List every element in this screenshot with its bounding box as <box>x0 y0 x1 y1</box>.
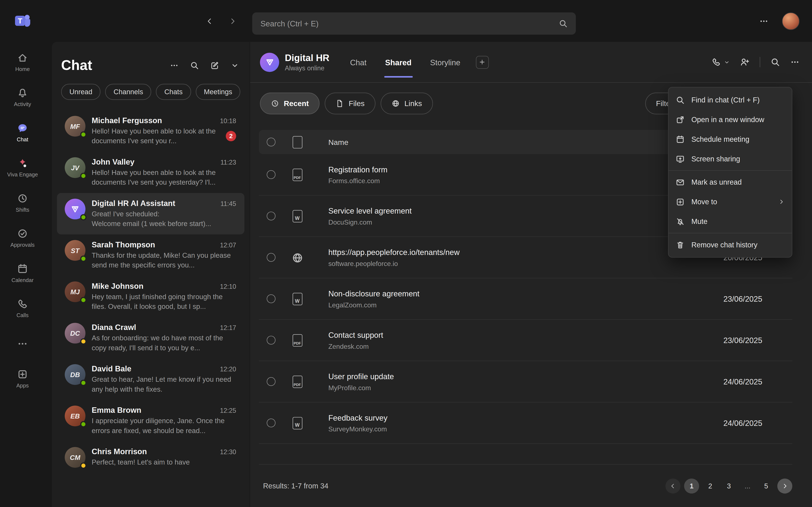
rail-item-shifts[interactable]: Shifts <box>0 185 45 221</box>
row-checkbox[interactable] <box>267 336 275 345</box>
filter-pill-meetings[interactable]: Meetings <box>196 84 241 100</box>
menu-item-schedule-meeting[interactable]: Schedule meeting <box>669 129 792 149</box>
approvals-icon <box>17 228 28 239</box>
presence-dot <box>80 214 87 220</box>
conversation-preview: Great! I've scheduled: Welcome email (1 … <box>92 209 236 229</box>
conversation-item[interactable]: MJ Mike Johnson12:10 Hey team, I just fi… <box>57 276 245 317</box>
conversation-item[interactable]: DC Diana Crawl12:17 As for onboarding: w… <box>57 317 245 358</box>
presence-dot <box>80 462 87 468</box>
global-search[interactable] <box>252 12 576 35</box>
find-in-chat-icon[interactable] <box>770 57 780 67</box>
page-title: Chat <box>61 57 170 73</box>
tab-chat[interactable]: Chat <box>350 42 367 82</box>
rail-item-home[interactable]: Home <box>0 45 45 80</box>
file-name[interactable]: Non-disclosure agreement <box>328 289 419 298</box>
row-checkbox[interactable] <box>267 418 275 427</box>
menu-divider <box>669 170 792 171</box>
chat-options-icon[interactable] <box>790 57 800 67</box>
filter-pill-chats[interactable]: Chats <box>156 84 191 100</box>
conversation-preview: I appreciate your diligence, Jane. Once … <box>92 416 236 436</box>
call-button[interactable] <box>712 57 730 67</box>
page-button-3[interactable]: 3 <box>721 478 736 493</box>
rail-item-chat[interactable]: Chat <box>0 115 45 150</box>
recent-filter-button[interactable]: Recent <box>260 93 320 114</box>
menu-item-move-to[interactable]: Move to <box>669 192 792 212</box>
file-name[interactable]: Contact support <box>328 330 383 339</box>
chevron-down-icon[interactable] <box>231 61 239 70</box>
rail-item-label: Chat <box>17 136 28 142</box>
file-name[interactable]: Service level agreement <box>328 206 412 215</box>
tab-storyline[interactable]: Storyline <box>430 42 460 82</box>
rail-item-viva-engage[interactable]: Viva Engage <box>0 150 45 185</box>
tab-shared[interactable]: Shared <box>385 42 411 82</box>
file-name[interactable]: https://app.peopleforce.io/tenants/new <box>328 247 460 257</box>
row-checkbox[interactable] <box>267 377 275 386</box>
next-page-button[interactable] <box>777 478 792 493</box>
conversation-item[interactable]: EB Emma Brown12:25 I appreciate your dil… <box>57 400 245 441</box>
new-chat-icon[interactable] <box>210 61 219 70</box>
rail-item-calendar[interactable]: Calendar <box>0 256 45 291</box>
page-button-1[interactable]: 1 <box>684 478 699 493</box>
table-row[interactable]: Contact supportZendesk.com 23/06/2025 <box>259 320 792 361</box>
topbar-more-icon[interactable] <box>759 16 768 25</box>
conversation-item[interactable]: MF Michael Fergusson10:18 Hello! Have yo… <box>57 110 245 152</box>
ellipsis-icon <box>17 338 28 349</box>
row-checkbox[interactable] <box>267 212 275 221</box>
add-tab-button[interactable] <box>476 56 489 68</box>
chat-more-icon[interactable] <box>170 61 179 70</box>
avatar: EB <box>65 406 86 426</box>
presence-dot <box>80 131 87 137</box>
menu-item-find-in-chat[interactable]: Find in chat (Ctrl + F) <box>669 90 792 110</box>
select-all-checkbox[interactable] <box>267 137 275 147</box>
conversation-time: 12:30 <box>220 448 236 456</box>
rail-item-apps[interactable]: Apps <box>0 361 45 396</box>
user-avatar[interactable] <box>782 12 800 30</box>
conversation-time: 11:23 <box>220 159 236 166</box>
add-people-icon[interactable] <box>740 57 749 67</box>
file-name[interactable]: Feedback survey <box>328 413 388 422</box>
search-input[interactable] <box>260 19 559 28</box>
conversation-item[interactable]: ST Sarah Thompson12:07 Thanks for the up… <box>57 234 245 276</box>
filter-pill-unread[interactable]: Unread <box>61 84 101 100</box>
page-button-5[interactable]: 5 <box>759 478 774 493</box>
bell-icon <box>17 88 28 98</box>
file-icon <box>336 99 344 108</box>
conversation-item[interactable]: DB David Bale12:20 Great to hear, Jane! … <box>57 358 245 400</box>
menu-item-label: Screen sharing <box>691 155 740 163</box>
rail-item-approvals[interactable]: Approvals <box>0 220 45 256</box>
menu-item-remove-chat-history[interactable]: Remove chat history <box>669 235 792 255</box>
back-arrow-icon[interactable] <box>206 17 214 25</box>
menu-item-mark-as-unread[interactable]: Mark as unread <box>669 172 792 192</box>
table-row[interactable]: Non-disclosure agreementLegalZoom.com 23… <box>259 278 792 320</box>
conversation-item[interactable]: JV John Valley11:23 Hello! Have you been… <box>57 152 245 193</box>
file-name[interactable]: Registration form <box>328 165 388 174</box>
menu-item-mute[interactable]: Mute <box>669 212 792 231</box>
pagination: 1 2 3 ... 5 <box>665 478 792 493</box>
table-row[interactable]: User profile updateMyProfile.com 24/06/2… <box>259 361 792 402</box>
chat-header: Digital HR Always online Chat Shared Sto… <box>250 42 812 82</box>
table-footer: Results: 1-7 from 34 1 2 3 ... 5 <box>259 464 792 507</box>
row-checkbox[interactable] <box>267 253 275 262</box>
conversation-item[interactable]: CM Chris Morrison12:30 Perfect, team! Le… <box>57 441 245 483</box>
conversation-item-selected[interactable]: Digital HR AI Assistant11:45 Great! I've… <box>57 193 245 234</box>
row-checkbox[interactable] <box>267 170 275 179</box>
menu-item-screen-sharing[interactable]: Screen sharing <box>669 149 792 169</box>
row-checkbox[interactable] <box>267 294 275 303</box>
menu-item-label: Open in a new window <box>691 115 764 124</box>
page-button-2[interactable]: 2 <box>703 478 718 493</box>
file-source: LegalZoom.com <box>328 301 704 308</box>
table-row[interactable]: Feedback surveySurveyMonkey.com 24/06/20… <box>259 402 792 444</box>
rail-item-activity[interactable]: Activity <box>0 80 45 115</box>
links-filter-button[interactable]: Links <box>380 93 433 114</box>
rail-item-calls[interactable]: Calls <box>0 291 45 326</box>
file-name[interactable]: User profile update <box>328 372 394 381</box>
files-filter-button[interactable]: Files <box>325 93 375 114</box>
filter-pill-channels[interactable]: Channels <box>105 84 151 100</box>
prev-page-button[interactable] <box>665 478 680 493</box>
forward-arrow-icon[interactable] <box>229 17 237 25</box>
menu-item-open-new-window[interactable]: Open in a new window <box>669 110 792 129</box>
plus-icon <box>479 59 485 65</box>
rail-item-more[interactable] <box>0 326 45 361</box>
conversation-name: David Bale <box>92 364 216 373</box>
chat-search-icon[interactable] <box>190 61 199 70</box>
